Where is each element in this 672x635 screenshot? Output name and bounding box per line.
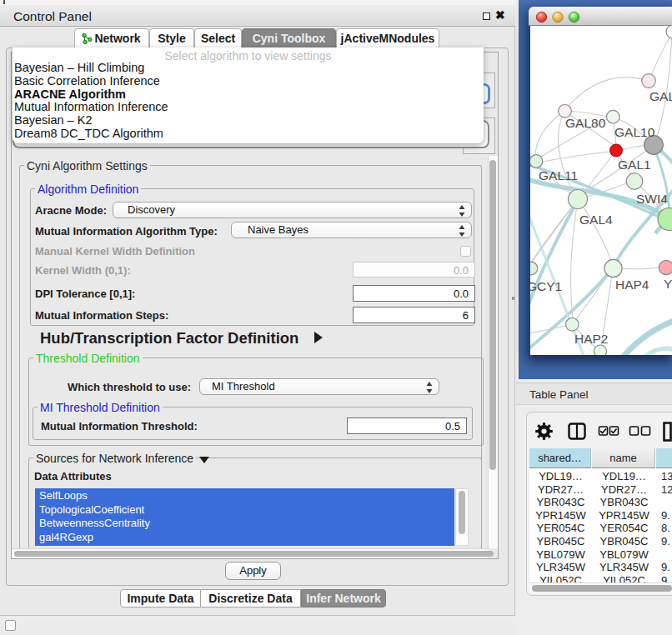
svg-text:SWI4: SWI4 xyxy=(636,192,668,206)
svg-text:HAP4: HAP4 xyxy=(615,278,649,292)
svg-text:GAL7: GAL7 xyxy=(649,89,672,103)
svg-text:HAP2: HAP2 xyxy=(574,332,609,346)
svg-text:GAL1: GAL1 xyxy=(618,158,651,172)
svg-text:GAL11: GAL11 xyxy=(539,168,578,182)
svg-text:Y: Y xyxy=(664,277,672,291)
svg-text:GAL4: GAL4 xyxy=(579,212,613,227)
svg-text:GCY1: GCY1 xyxy=(530,279,562,293)
svg-text:GAL10: GAL10 xyxy=(614,125,655,139)
svg-text:GAL80: GAL80 xyxy=(565,116,606,130)
